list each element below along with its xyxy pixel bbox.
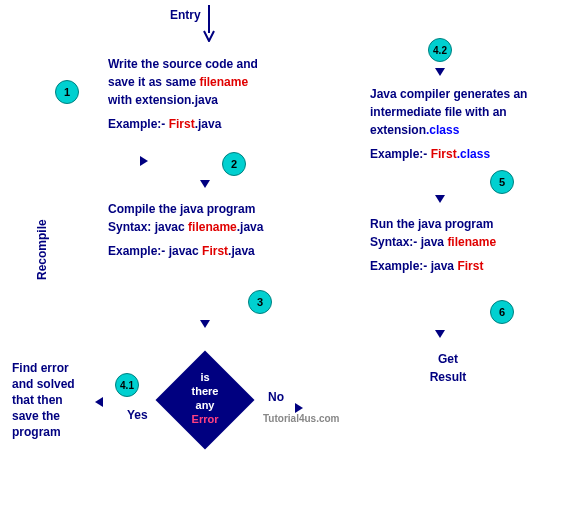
arrow-2-3 bbox=[200, 320, 210, 328]
step1-ex: Example:- First.java bbox=[108, 115, 308, 133]
badge-3: 3 bbox=[248, 290, 272, 314]
s41-5: program bbox=[12, 424, 92, 440]
arrow-no bbox=[295, 403, 303, 413]
s5-1: Run the java program bbox=[370, 215, 570, 233]
arrow-6-down bbox=[435, 330, 445, 338]
s5-syntax: Syntax:- java filename bbox=[370, 233, 570, 251]
arrow-1-2-a bbox=[140, 156, 148, 166]
s41-2: and solved bbox=[12, 376, 92, 392]
no-label: No bbox=[268, 390, 284, 404]
s42-1: Java compiler generates an bbox=[370, 85, 570, 103]
step42-box: Java compiler generates an intermediate … bbox=[370, 85, 570, 163]
step2-l1: Compile the java program bbox=[108, 200, 328, 218]
s6-1: Get bbox=[418, 350, 478, 368]
s41-1: Find error bbox=[12, 360, 92, 376]
entry-label: Entry bbox=[170, 8, 201, 22]
badge-2: 2 bbox=[222, 152, 246, 176]
step2-ex: Example:- javac First.java bbox=[108, 242, 328, 260]
s42-ex: Example:- First.class bbox=[370, 145, 570, 163]
arrow-42-down bbox=[435, 68, 445, 76]
step1-l1: Write the source code and bbox=[108, 55, 308, 73]
yes-label: Yes bbox=[127, 408, 148, 422]
decision-text: is there any Error bbox=[160, 370, 250, 426]
arrow-entry-head bbox=[203, 30, 215, 45]
step41-box: Find error and solved that then save the… bbox=[12, 360, 92, 440]
step6-box: Get Result bbox=[418, 350, 478, 386]
s41-4: save the bbox=[12, 408, 92, 424]
step2-box: Compile the java program Syntax: javac f… bbox=[108, 200, 328, 260]
badge-4-1: 4.1 bbox=[115, 373, 139, 397]
badge-4-2: 4.2 bbox=[428, 38, 452, 62]
arrow-1-2-b bbox=[200, 180, 210, 188]
arrow-yes bbox=[95, 397, 103, 407]
step2-syntax: Syntax: javac filename.java bbox=[108, 218, 328, 236]
recompile-label: Recompile bbox=[35, 219, 49, 280]
s5-ex: Example:- java First bbox=[370, 257, 570, 275]
step1-box: Write the source code and save it as sam… bbox=[108, 55, 308, 133]
step5-box: Run the java program Syntax:- java filen… bbox=[370, 215, 570, 275]
step1-l2: save it as same filename bbox=[108, 73, 308, 91]
badge-5: 5 bbox=[490, 170, 514, 194]
watermark: Tutorial4us.com bbox=[263, 413, 340, 424]
s6-2: Result bbox=[418, 368, 478, 386]
arrow-5-down bbox=[435, 195, 445, 203]
badge-1: 1 bbox=[55, 80, 79, 104]
arrow-entry-line bbox=[208, 5, 210, 33]
step1-l3: with extension.java bbox=[108, 91, 308, 109]
s41-3: that then bbox=[12, 392, 92, 408]
s42-2: intermediate file with an bbox=[370, 103, 570, 121]
s42-3: extension.class bbox=[370, 121, 570, 139]
badge-6: 6 bbox=[490, 300, 514, 324]
